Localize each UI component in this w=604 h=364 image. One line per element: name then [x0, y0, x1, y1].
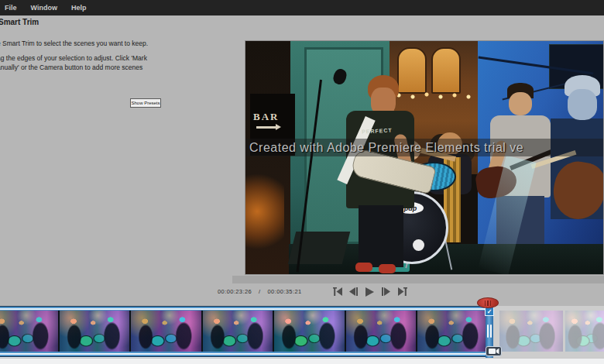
skip-end-button[interactable] — [397, 287, 407, 297]
bar-sign-text: BAR — [253, 111, 292, 123]
menu-window[interactable]: Window — [24, 0, 64, 15]
total-timecode: 00:00:35:21 — [268, 288, 302, 295]
bassist-face — [509, 92, 532, 115]
right-guitarist-face — [568, 89, 597, 120]
filmstrip-thumbnail[interactable] — [0, 311, 58, 352]
menu-help[interactable]: Help — [64, 0, 94, 15]
trim-grip-icon[interactable] — [487, 325, 492, 338]
scene-arched-window — [431, 47, 461, 94]
transport-controls — [332, 287, 407, 297]
window-bottom-bar — [0, 358, 604, 364]
fade-overlay — [499, 311, 563, 352]
step-forward-button[interactable] — [381, 287, 391, 297]
filmstrip — [0, 311, 493, 352]
guitarist-shoe — [355, 263, 372, 272]
trial-watermark-text: Created with Adobe Premiere Elements tri… — [245, 141, 523, 155]
instruction-line-2: ag the edges of your selection to adjust… — [0, 53, 147, 63]
trial-watermark: Created with Adobe Premiere Elements tri… — [245, 139, 604, 156]
selection-border-bottom — [0, 352, 493, 358]
preview-bottom-strip — [232, 276, 604, 283]
filmstrip-thumbnail[interactable] — [203, 311, 273, 352]
fade-overlay — [565, 311, 604, 352]
timeline-unselected-region[interactable] — [493, 306, 604, 358]
skip-start-button[interactable] — [332, 287, 342, 297]
timecode-display: 00:00:23:26 / 00:00:35:21 — [218, 288, 302, 295]
bar-sign-arrow-icon — [256, 126, 276, 129]
filmstrip-thumbnail[interactable] — [346, 311, 417, 352]
timeline-selected-scene[interactable] — [0, 306, 493, 358]
page-title: Smart Trim — [0, 18, 39, 26]
filmstrip-thumbnail-faded[interactable] — [499, 311, 563, 352]
filmstrip-thumbnail-faded[interactable] — [565, 311, 604, 352]
guitarist-shoe — [379, 264, 396, 273]
show-presets-button[interactable]: Show Presets — [130, 98, 161, 108]
add-scene-camera-button[interactable] — [486, 346, 502, 356]
play-button[interactable] — [365, 287, 375, 297]
app-window: File Window Help Smart Trim e Smart Trim… — [0, 0, 604, 364]
filmstrip-thumbnail[interactable] — [131, 311, 201, 352]
instruction-line-1: e Smart Trim to select the scenes you wa… — [0, 39, 148, 48]
scene-string-lights — [393, 89, 478, 101]
menu-file[interactable]: File — [0, 0, 24, 15]
bass-drum-hole — [413, 239, 424, 251]
timecode-separator: / — [259, 288, 260, 295]
step-back-button[interactable] — [348, 287, 359, 297]
instruction-text: ag the edges of your selection to adjust… — [0, 53, 147, 72]
filmstrip-thumbnail[interactable] — [60, 311, 130, 352]
guitarist-legs — [359, 205, 403, 267]
trim-handle[interactable] — [477, 297, 499, 308]
scene-arched-window — [397, 47, 427, 94]
menu-bar: File Window Help — [0, 0, 604, 15]
instruction-line-3: anually' or the Camera button to add mor… — [0, 63, 147, 72]
video-preview: BAR pdp — [245, 40, 604, 275]
filmstrip-thumbnail[interactable] — [417, 311, 488, 352]
filmstrip-thumbnail[interactable] — [274, 311, 345, 352]
scene-orange-glow — [245, 165, 284, 258]
current-timecode: 00:00:23:26 — [218, 288, 252, 295]
